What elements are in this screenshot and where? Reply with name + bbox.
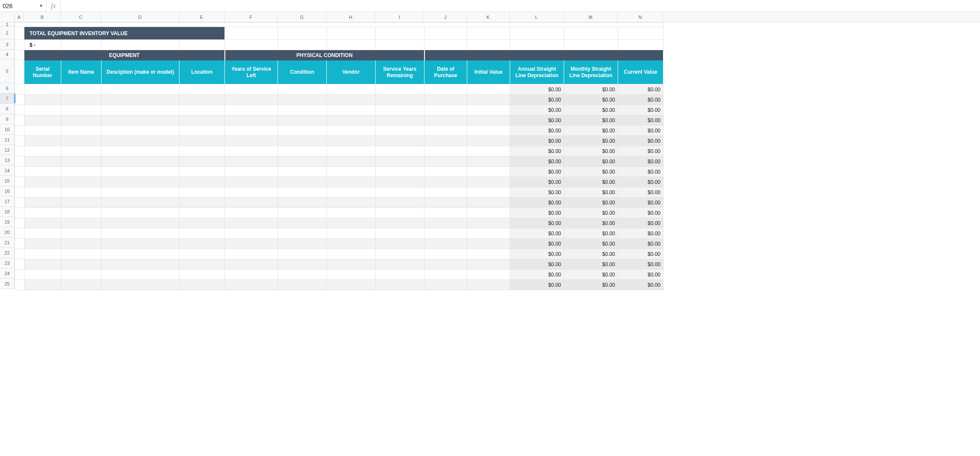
calc-cell[interactable]: $0.00 — [564, 280, 618, 290]
calc-cell[interactable]: $0.00 — [618, 259, 663, 270]
data-cell[interactable] — [424, 280, 467, 290]
data-cell[interactable] — [376, 239, 424, 249]
select-all-corner[interactable] — [0, 12, 15, 22]
data-cell[interactable] — [467, 95, 510, 105]
data-cell[interactable] — [179, 126, 225, 136]
data-cell[interactable] — [327, 270, 376, 280]
data-cell[interactable] — [424, 105, 467, 115]
data-cell[interactable] — [467, 239, 510, 249]
data-cell[interactable] — [424, 249, 467, 259]
data-cell[interactable] — [424, 208, 467, 218]
cell[interactable] — [278, 40, 327, 50]
data-cell[interactable] — [424, 146, 467, 156]
data-cell[interactable] — [24, 228, 61, 239]
data-cell[interactable] — [376, 105, 424, 115]
data-cell[interactable] — [467, 146, 510, 156]
row-header-6[interactable]: 6 — [0, 83, 14, 93]
column-header-G[interactable]: G — [278, 12, 326, 22]
cell-A19[interactable] — [15, 218, 24, 228]
calc-cell[interactable]: $0.00 — [564, 249, 618, 259]
cell[interactable] — [564, 27, 618, 40]
data-cell[interactable] — [179, 218, 225, 228]
cell-A22[interactable] — [15, 249, 24, 259]
data-cell[interactable] — [24, 115, 61, 126]
data-cell[interactable] — [24, 259, 61, 270]
data-cell[interactable] — [102, 136, 179, 146]
data-cell[interactable] — [225, 146, 278, 156]
data-cell[interactable] — [24, 167, 61, 177]
data-cell[interactable] — [327, 95, 376, 105]
calc-cell[interactable]: $0.00 — [564, 270, 618, 280]
data-cell[interactable] — [467, 105, 510, 115]
data-cell[interactable] — [278, 270, 327, 280]
data-cell[interactable] — [24, 239, 61, 249]
data-cell[interactable] — [376, 126, 424, 136]
data-cell[interactable] — [179, 270, 225, 280]
data-cell[interactable] — [102, 84, 179, 95]
data-cell[interactable] — [424, 136, 467, 146]
data-cell[interactable] — [424, 177, 467, 187]
calc-cell[interactable]: $0.00 — [510, 187, 564, 198]
data-cell[interactable] — [225, 84, 278, 95]
cell[interactable] — [467, 27, 510, 40]
data-cell[interactable] — [102, 280, 179, 290]
calc-cell[interactable]: $0.00 — [510, 270, 564, 280]
calc-cell[interactable]: $0.00 — [564, 126, 618, 136]
data-cell[interactable] — [376, 270, 424, 280]
data-cell[interactable] — [376, 208, 424, 218]
calc-cell[interactable]: $0.00 — [510, 146, 564, 156]
calc-cell[interactable]: $0.00 — [510, 259, 564, 270]
data-cell[interactable] — [225, 95, 278, 105]
data-cell[interactable] — [24, 136, 61, 146]
data-cell[interactable] — [179, 84, 225, 95]
formula-input[interactable] — [61, 0, 980, 12]
cell-A2[interactable] — [15, 27, 24, 40]
calc-cell[interactable]: $0.00 — [510, 249, 564, 259]
data-cell[interactable] — [61, 167, 102, 177]
data-cell[interactable] — [61, 105, 102, 115]
data-cell[interactable] — [102, 95, 179, 105]
data-cell[interactable] — [278, 156, 327, 167]
calc-cell[interactable]: $0.00 — [564, 187, 618, 198]
data-cell[interactable] — [61, 126, 102, 136]
data-cell[interactable] — [179, 198, 225, 208]
data-cell[interactable] — [424, 156, 467, 167]
data-cell[interactable] — [327, 249, 376, 259]
data-cell[interactable] — [225, 239, 278, 249]
data-cell[interactable] — [278, 208, 327, 218]
data-cell[interactable] — [61, 84, 102, 95]
data-cell[interactable] — [225, 198, 278, 208]
data-cell[interactable] — [278, 126, 327, 136]
cell[interactable] — [376, 27, 424, 40]
cell[interactable] — [618, 27, 663, 40]
data-cell[interactable] — [376, 259, 424, 270]
data-cell[interactable] — [467, 84, 510, 95]
column-header-J[interactable]: J — [424, 12, 467, 22]
cell-A15[interactable] — [15, 177, 24, 187]
data-cell[interactable] — [376, 167, 424, 177]
calc-cell[interactable]: $0.00 — [510, 115, 564, 126]
calc-cell[interactable]: $0.00 — [510, 126, 564, 136]
cell[interactable] — [225, 27, 278, 40]
cell-A21[interactable] — [15, 239, 24, 249]
data-cell[interactable] — [278, 146, 327, 156]
data-cell[interactable] — [102, 156, 179, 167]
calc-cell[interactable]: $0.00 — [564, 239, 618, 249]
data-cell[interactable] — [24, 249, 61, 259]
row-header-20[interactable]: 20 — [0, 227, 14, 237]
data-cell[interactable] — [61, 270, 102, 280]
calc-cell[interactable]: $0.00 — [510, 105, 564, 115]
calc-cell[interactable]: $0.00 — [564, 198, 618, 208]
calc-cell[interactable]: $0.00 — [510, 198, 564, 208]
data-cell[interactable] — [61, 249, 102, 259]
row-header-19[interactable]: 19 — [0, 217, 14, 227]
data-cell[interactable] — [225, 156, 278, 167]
row-header-25[interactable]: 25 — [0, 279, 14, 289]
data-cell[interactable] — [102, 228, 179, 239]
row-header-14[interactable]: 14 — [0, 165, 14, 176]
cell[interactable] — [327, 40, 376, 50]
data-cell[interactable] — [225, 167, 278, 177]
data-cell[interactable] — [376, 115, 424, 126]
data-cell[interactable] — [376, 249, 424, 259]
calc-cell[interactable]: $0.00 — [564, 167, 618, 177]
